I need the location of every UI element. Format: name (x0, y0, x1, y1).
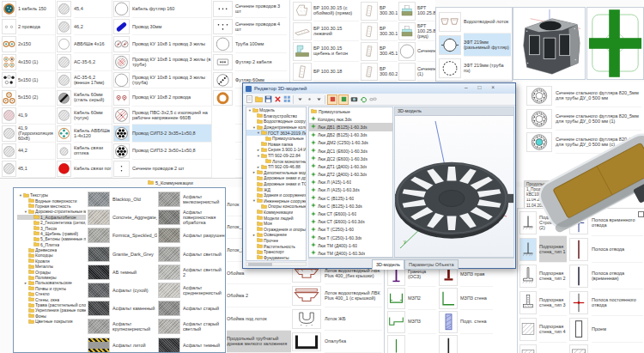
item-label[interactable]: Провод КУ 10х8 1 провод 3 жилы (труба) (132, 71, 212, 89)
texture-swatch[interactable] (88, 192, 110, 207)
item-label[interactable]: БРТ 100.25.8 (ряд) (417, 21, 435, 42)
four-green-icon[interactable] (2, 54, 16, 70)
item-label[interactable]: Подпорная стена_тип 4 (539, 316, 567, 343)
tree-item[interactable]: Фундаменты (246, 254, 306, 260)
item-label[interactable]: Полоса постоянного отвода (592, 289, 643, 316)
br-tall-icon[interactable] (361, 2, 378, 21)
item-label[interactable]: Кабель связи пог (74, 160, 112, 178)
vline-darkred-icon[interactable] (569, 238, 588, 261)
br-tall-hatch-icon[interactable] (361, 42, 378, 61)
br-para-icon[interactable] (293, 22, 312, 41)
file-item[interactable]: Люк ТМ (Д400)-1-60.3ds (309, 249, 392, 257)
file-item[interactable]: Люк Т (С250)-1-60 (309, 226, 392, 234)
item-label[interactable]: АС-35-6,2 (74, 53, 112, 71)
two-traps-icon[interactable] (439, 12, 461, 32)
br-concrete-icon[interactable] (293, 42, 312, 61)
two-green-icon[interactable] (2, 36, 16, 52)
tree-item[interactable]: Новая папка (246, 142, 306, 148)
texture-swatch[interactable] (158, 283, 180, 298)
item-label[interactable]: Провод КУ 10х8 1 провод 3 жилы (132, 35, 212, 53)
item-label[interactable]: Кабель связи оптика (74, 143, 112, 161)
item-label[interactable]: Лоток ЖБ (325, 307, 382, 331)
item-label[interactable]: 45,4 (74, 0, 112, 18)
hatch-gray-icon[interactable] (57, 107, 71, 124)
cable-box-icon[interactable] (213, 54, 233, 70)
green-vline-icon[interactable] (387, 335, 405, 353)
large-circle-icon[interactable] (398, 42, 416, 61)
green-step-icon[interactable] (387, 311, 405, 333)
file-item[interactable]: Прямоугольные (309, 107, 392, 115)
texture-label[interactable]: Formica_Speckled_Grey (112, 228, 157, 243)
item-label[interactable]: БР 300.30.15 (380, 1, 398, 21)
two-red-dots-icon[interactable] (113, 90, 130, 107)
tree-hscrollbar[interactable] (246, 262, 307, 266)
tree-item[interactable]: Прямоугольные (246, 136, 306, 142)
empty-icon[interactable] (398, 63, 416, 82)
hatch-gray-icon[interactable] (2, 125, 16, 142)
hatch-gray-icon[interactable] (57, 19, 71, 35)
item-label[interactable]: Подпорная стена_тип 3 (539, 289, 567, 316)
camera-icon[interactable] (349, 95, 358, 104)
black-vline-icon[interactable] (439, 335, 458, 353)
plain-large-icon[interactable] (113, 72, 130, 88)
view-grid-icon[interactable] (283, 95, 291, 104)
red-circle-icon[interactable] (57, 161, 71, 177)
flange-icon[interactable] (526, 86, 552, 106)
item-label[interactable]: 1 кабель 150 (18, 0, 56, 18)
item-label[interactable]: ЗФТ 219мм (труба пэ) (464, 57, 511, 80)
texture-label[interactable]: Асфальт литой (112, 338, 157, 352)
file-item[interactable]: Люк СТ (Е600)-1-60 (309, 210, 392, 217)
texture-swatch[interactable] (158, 246, 180, 262)
dark-bar-icon[interactable] (57, 90, 71, 107)
tree-item[interactable]: ▾Дождеприемные колодцы (246, 125, 306, 131)
item-label[interactable]: Подп. стена (460, 310, 493, 334)
new-file-icon[interactable] (245, 95, 253, 104)
red-hatch-ring-icon[interactable] (113, 54, 130, 70)
file-item[interactable]: Люк ДС1 (Е600)-1-60.3ds (309, 147, 392, 155)
item-label[interactable]: Сечение проводов 3 шт (235, 0, 287, 18)
item-label[interactable]: БР 300.60.20 (380, 62, 398, 82)
tree-item[interactable]: ▾Дорожно-строительные материалы (17, 209, 86, 214)
file-item[interactable]: Люк Т (С250)-1-60.3ds (309, 234, 392, 241)
hatch-square-icon[interactable] (569, 344, 588, 353)
item-label[interactable]: 2 провода (18, 18, 56, 36)
texture-label[interactable]: Concrete_Aggregate_Smoke (112, 210, 157, 225)
item-label[interactable]: АВБбШв 4х16 (74, 35, 112, 53)
flange-cyan-icon[interactable] (526, 132, 552, 152)
seven-dots-icon[interactable] (113, 125, 130, 142)
br-tall-icon[interactable] (293, 63, 312, 82)
tree-item[interactable]: Растительность (246, 243, 306, 249)
hatch-pink-icon[interactable] (2, 107, 16, 124)
item-label[interactable]: Провод КУ 10х8 2 провода (132, 89, 212, 107)
view-canvas[interactable]: xy (395, 116, 513, 258)
tree-item[interactable]: Транспорт (246, 249, 306, 255)
wall-t1-icon[interactable] (519, 211, 537, 234)
item-label[interactable]: Обойма под лоток (227, 307, 291, 331)
tree-item[interactable]: ▾Инженерные сооружения (246, 198, 306, 204)
br-stone-icon[interactable] (293, 2, 312, 21)
texture-label[interactable]: Асфальт старый (183, 301, 225, 316)
flange-icon[interactable] (526, 109, 552, 129)
item-label[interactable]: Футляр 2 кабеля (235, 53, 287, 71)
file-item[interactable]: Люк ДС2 (Е600)-1-60.3ds (309, 155, 392, 162)
tree-item[interactable]: Ограждения и опоры (246, 226, 306, 232)
item-label[interactable]: БР 300.45.18 (380, 41, 398, 62)
plain-large-icon[interactable] (213, 36, 233, 52)
br-tall-icon[interactable] (361, 22, 378, 41)
item-label[interactable]: 2х150 (18, 35, 56, 53)
texture-swatch[interactable] (158, 319, 180, 334)
teal-four-icon[interactable] (57, 125, 71, 142)
hatch-gray-icon[interactable] (57, 1, 71, 17)
tree-item[interactable]: ▾ТП 902-09-22.84 (246, 153, 306, 159)
item-label[interactable]: 46,2 (74, 18, 112, 36)
tree-item[interactable]: Коммуникации (246, 210, 306, 216)
tree-item[interactable]: Модели людей (246, 215, 306, 221)
open-folder-icon[interactable] (254, 95, 263, 104)
tree-item[interactable]: ЖД (246, 186, 306, 192)
tree-item[interactable]: Дорожные знаки и др ТСОДД (246, 175, 306, 181)
item-label[interactable]: 5х150 (1) (18, 71, 56, 89)
teal-ring-icon[interactable] (2, 1, 16, 17)
brt-block-icon[interactable] (398, 2, 416, 21)
file-item[interactable]: Колодец люк.3ds (309, 115, 392, 123)
dropdown-icon[interactable] (295, 95, 304, 104)
